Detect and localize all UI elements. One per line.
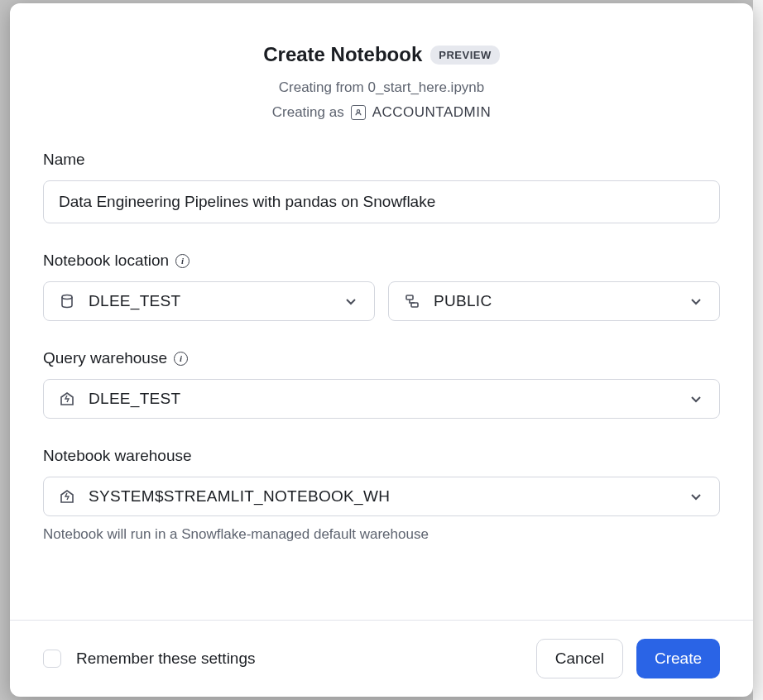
dialog-body: Name Notebook location i: [10, 144, 753, 620]
dialog-header: Create Notebook PREVIEW Creating from 0_…: [10, 3, 753, 144]
location-field-group: Notebook location i DLEE_TEST: [43, 252, 720, 321]
schema-icon: [404, 293, 420, 309]
dialog-title: Create Notebook: [263, 43, 422, 66]
creating-as-row: Creating as ACCOUNTADMIN: [43, 104, 720, 121]
svg-point-0: [357, 110, 359, 113]
svg-point-1: [62, 295, 72, 300]
creating-as-prefix: Creating as: [272, 104, 344, 121]
remember-settings-row: Remember these settings: [43, 650, 256, 668]
database-icon: [59, 293, 75, 309]
dialog-footer: Remember these settings Cancel Create: [10, 620, 753, 697]
chevron-down-icon: [688, 293, 704, 309]
warehouse-icon: [59, 391, 75, 407]
role-icon: [351, 105, 366, 120]
name-input[interactable]: [43, 180, 720, 223]
preview-badge: PREVIEW: [430, 46, 499, 65]
warehouse-icon: [59, 488, 75, 505]
notebook-warehouse-value: SYSTEM$STREAMLIT_NOTEBOOK_WH: [89, 487, 390, 506]
remember-settings-label: Remember these settings: [76, 650, 256, 668]
info-icon[interactable]: i: [174, 352, 188, 366]
name-label: Name: [43, 151, 720, 169]
chevron-down-icon: [688, 391, 704, 407]
schema-value: PUBLIC: [434, 292, 492, 310]
remember-settings-checkbox[interactable]: [43, 650, 61, 668]
notebook-warehouse-group: Notebook warehouse SYSTEM$STREAMLIT_NOTE…: [43, 447, 720, 543]
chevron-down-icon: [343, 293, 359, 309]
svg-rect-2: [406, 295, 413, 300]
query-warehouse-value: DLEE_TEST: [89, 390, 180, 408]
query-warehouse-group: Query warehouse i DLEE_TEST: [43, 349, 720, 419]
create-notebook-dialog: Create Notebook PREVIEW Creating from 0_…: [10, 3, 753, 697]
cancel-button[interactable]: Cancel: [536, 639, 623, 678]
name-field-group: Name: [43, 151, 720, 223]
query-warehouse-select[interactable]: DLEE_TEST: [43, 379, 720, 419]
notebook-warehouse-label: Notebook warehouse: [43, 447, 192, 465]
creating-from-file: 0_start_here.ipynb: [367, 79, 484, 95]
chevron-down-icon: [688, 488, 704, 505]
query-warehouse-label: Query warehouse: [43, 349, 167, 367]
database-value: DLEE_TEST: [89, 292, 180, 310]
creating-as-role: ACCOUNTADMIN: [372, 104, 492, 121]
creating-from-subtitle: Creating from 0_start_here.ipynb: [43, 79, 720, 96]
database-select[interactable]: DLEE_TEST: [43, 281, 375, 321]
notebook-warehouse-select[interactable]: SYSTEM$STREAMLIT_NOTEBOOK_WH: [43, 477, 720, 516]
create-button[interactable]: Create: [636, 639, 720, 678]
info-icon[interactable]: i: [175, 254, 190, 268]
location-label: Notebook location: [43, 252, 169, 270]
creating-from-prefix: Creating from: [279, 79, 368, 95]
schema-select[interactable]: PUBLIC: [388, 281, 720, 321]
background: [753, 0, 763, 700]
notebook-warehouse-helper: Notebook will run in a Snowflake-managed…: [43, 526, 720, 543]
